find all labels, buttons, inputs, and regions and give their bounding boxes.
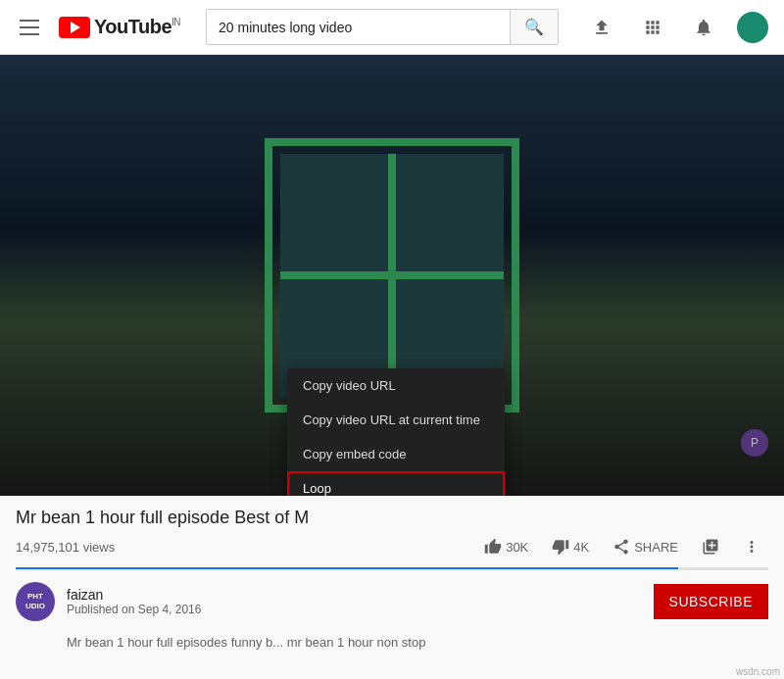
dislike-count: 4K — [573, 540, 589, 555]
video-info: Mr bean 1 hour full episode Best of M 14… — [0, 496, 784, 559]
video-meta-row: 14,975,101 views 30K 4K SHARE — [16, 534, 768, 559]
context-menu-copy-embed[interactable]: Copy embed code — [287, 437, 505, 471]
header: YouTubeIN 🔍 — [0, 0, 784, 55]
user-avatar[interactable] — [737, 12, 768, 43]
search-button[interactable]: 🔍 — [510, 10, 558, 44]
view-count: 14,975,101 views — [16, 540, 115, 555]
more-button[interactable] — [735, 534, 768, 559]
header-left: YouTubeIN — [16, 16, 180, 39]
context-menu: Copy video URL Copy video URL at current… — [287, 368, 505, 496]
watermark-credit: wsdn.com — [736, 666, 780, 677]
search-bar: 🔍 — [206, 9, 559, 45]
dislike-button[interactable]: 4K — [544, 534, 597, 559]
publish-date: Published on Sep 4, 2016 — [67, 603, 642, 616]
youtube-icon — [59, 17, 90, 38]
logo-name: YouTube — [94, 16, 172, 37]
logo-suffix: IN — [172, 17, 180, 27]
subscribe-button[interactable]: SUBSCRIBE — [654, 584, 768, 619]
video-watermark: P — [741, 429, 768, 457]
notifications-icon[interactable] — [686, 10, 721, 45]
add-to-playlist-button[interactable] — [694, 534, 727, 559]
channel-name[interactable]: faizan — [67, 587, 642, 603]
share-button[interactable]: SHARE — [605, 534, 686, 559]
header-search: 🔍 — [200, 9, 564, 45]
logo-text: YouTubeIN — [94, 16, 180, 38]
share-label: SHARE — [634, 540, 678, 555]
header-right — [584, 10, 768, 45]
context-menu-copy-url[interactable]: Copy video URL — [287, 368, 505, 403]
apps-icon[interactable] — [635, 10, 670, 45]
channel-row: PHTUDIO faizan Published on Sep 4, 2016 … — [0, 570, 784, 633]
upload-icon[interactable] — [584, 10, 619, 45]
like-count: 30K — [506, 540, 528, 555]
channel-avatar[interactable]: PHTUDIO — [16, 582, 55, 621]
video-description: Mr bean 1 hour full episodes funny b... … — [0, 633, 784, 664]
search-input[interactable] — [207, 12, 510, 43]
progress-fill — [16, 567, 678, 569]
youtube-logo[interactable]: YouTubeIN — [59, 16, 180, 38]
hamburger-menu-icon[interactable] — [16, 16, 43, 39]
like-button[interactable]: 30K — [476, 534, 536, 559]
video-progress-bar[interactable] — [16, 567, 768, 569]
context-menu-copy-url-time[interactable]: Copy video URL at current time — [287, 403, 505, 437]
video-title: Mr bean 1 hour full episode Best of M — [16, 508, 768, 528]
action-buttons: 30K 4K SHARE — [476, 534, 768, 559]
context-menu-loop[interactable]: Loop — [287, 471, 505, 496]
channel-info: faizan Published on Sep 4, 2016 — [67, 587, 642, 616]
video-player[interactable]: P Copy video URL Copy video URL at curre… — [0, 55, 784, 496]
